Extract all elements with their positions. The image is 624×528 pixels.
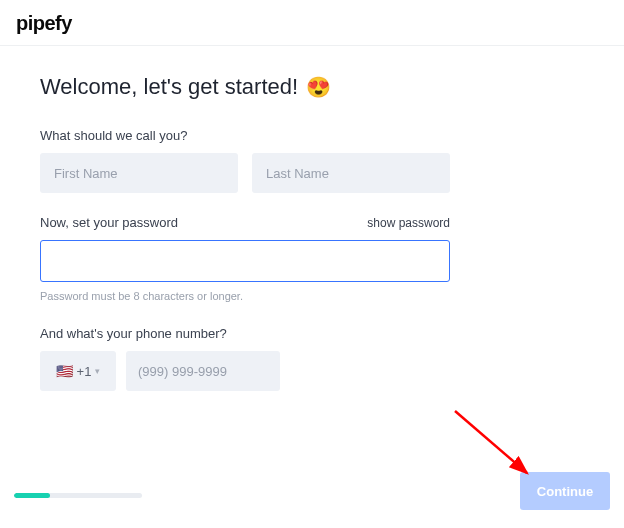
phone-row: 🇺🇸 +1 ▾ — [40, 351, 584, 391]
flag-icon: 🇺🇸 — [56, 364, 73, 378]
password-hint: Password must be 8 characters or longer. — [40, 290, 584, 302]
password-input[interactable] — [40, 240, 450, 282]
first-name-input[interactable] — [40, 153, 238, 193]
title-text: Welcome, let's get started! — [40, 74, 298, 100]
svg-line-0 — [455, 411, 527, 473]
signup-form: Welcome, let's get started! 😍 What shoul… — [0, 46, 624, 391]
page-title: Welcome, let's get started! 😍 — [40, 74, 584, 100]
show-password-button[interactable]: show password — [367, 216, 450, 230]
name-label: What should we call you? — [40, 128, 584, 143]
password-label: Now, set your password — [40, 215, 178, 230]
name-row — [40, 153, 584, 193]
heart-eyes-icon: 😍 — [306, 77, 331, 97]
last-name-input[interactable] — [252, 153, 450, 193]
app-header: pipefy — [0, 0, 624, 46]
phone-input[interactable] — [126, 351, 280, 391]
chevron-down-icon: ▾ — [95, 366, 100, 376]
country-code-select[interactable]: 🇺🇸 +1 ▾ — [40, 351, 116, 391]
password-header: Now, set your password show password — [40, 215, 450, 230]
brand-logo: pipefy — [16, 12, 608, 35]
dial-code: +1 — [77, 364, 92, 379]
phone-label: And what's your phone number? — [40, 326, 584, 341]
progress-fill — [14, 493, 50, 498]
continue-button[interactable]: Continue — [520, 472, 610, 510]
progress-bar — [14, 493, 142, 498]
